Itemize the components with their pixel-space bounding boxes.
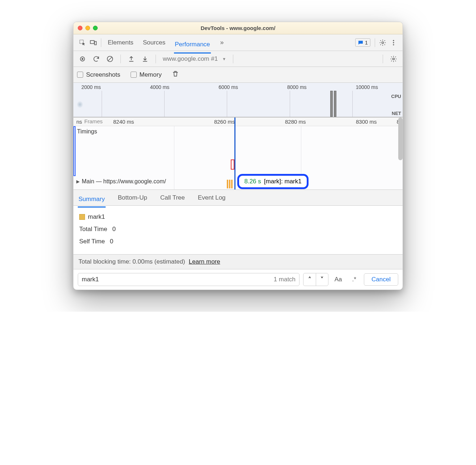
summary-panel: mark1 Total Time 0 Self Time 0 [73, 206, 403, 254]
overview-tick: 8000 ms [287, 84, 307, 90]
self-time-label: Self Time [79, 235, 105, 248]
overview-range-handles[interactable] [330, 91, 337, 117]
search-prev-icon[interactable]: ˄ [303, 273, 316, 286]
record-icon[interactable] [77, 54, 88, 64]
blocking-time-text: Total blocking time: 0.00ms (estimated) [78, 258, 185, 265]
mark-time: 8.26 s [244, 178, 261, 185]
svg-point-6 [393, 44, 394, 45]
main-toolbar: Elements Sources Performance » 1 [73, 34, 403, 51]
case-sensitive-toggle[interactable]: Aa [332, 276, 344, 283]
ruler-tick: 8300 ms [320, 119, 391, 125]
screenshots-label: Screenshots [86, 71, 120, 78]
svg-point-3 [382, 42, 384, 43]
main-activity-bars [227, 180, 233, 188]
expand-icon[interactable]: ▶ [76, 179, 80, 184]
memory-label: Memory [140, 71, 162, 78]
time-cursor[interactable] [234, 118, 235, 189]
regex-toggle[interactable]: .* [348, 276, 360, 283]
overview-tick: 6000 ms [218, 84, 238, 90]
mark-label: [mark]: mark1 [264, 178, 302, 185]
tab-sources[interactable]: Sources [142, 35, 166, 51]
summary-name: mark1 [88, 211, 105, 223]
feedback-badge[interactable]: 1 [355, 38, 370, 47]
detail-ruler: ns Frames 8240 ms 8260 ms 8280 ms 8300 m… [73, 118, 403, 126]
search-match-count: 1 match [274, 276, 296, 283]
flame-chart[interactable]: ns Frames 8240 ms 8260 ms 8280 ms 8300 m… [73, 118, 403, 190]
recording-select[interactable]: www.google.com #1 ▼ [161, 54, 228, 64]
capture-settings-icon[interactable] [388, 54, 399, 64]
download-icon[interactable] [140, 54, 150, 64]
chevron-down-icon: ▼ [222, 57, 226, 61]
device-toggle-icon[interactable] [88, 37, 99, 48]
self-time-value: 0 [110, 235, 113, 248]
titlebar[interactable]: DevTools - www.google.com/ [73, 22, 403, 34]
main-track-label: Main — https://www.google.com/ [82, 178, 166, 185]
devtools-window: DevTools - www.google.com/ Elements Sour… [73, 22, 403, 290]
more-tabs-icon[interactable]: » [220, 39, 224, 46]
reload-icon[interactable] [91, 54, 102, 64]
timings-track-label: Timings [77, 128, 97, 135]
tab-summary[interactable]: Summary [78, 192, 106, 208]
overview-tick: 2000 ms [81, 84, 101, 90]
search-input[interactable] [82, 276, 271, 283]
svg-rect-2 [94, 41, 96, 44]
cancel-button[interactable]: Cancel [364, 273, 398, 286]
total-time-label: Total Time [79, 223, 107, 235]
main-track[interactable]: ▶ Main — https://www.google.com/ [76, 178, 166, 185]
search-next-icon[interactable]: ˅ [316, 273, 328, 286]
panel-tabs: Elements Sources Performance » [107, 35, 353, 51]
tab-bottom-up[interactable]: Bottom-Up [117, 191, 148, 205]
window-title: DevTools - www.google.com/ [73, 25, 403, 31]
tab-performance[interactable]: Performance [174, 37, 211, 54]
inspect-icon[interactable] [77, 37, 88, 48]
learn-more-link[interactable]: Learn more [189, 258, 220, 265]
overview-timeline[interactable]: 2000 ms 4000 ms 6000 ms 8000 ms 10000 ms… [73, 83, 403, 118]
screenshots-checkbox[interactable] [77, 72, 83, 78]
search-nav: ˄ ˅ [303, 273, 328, 286]
timing-marker[interactable] [231, 159, 234, 170]
tab-call-tree[interactable]: Call Tree [160, 191, 186, 205]
net-label: NET [392, 111, 401, 116]
svg-point-8 [82, 58, 84, 60]
overview-tick: 10000 ms [356, 84, 378, 90]
vertical-scrollbar[interactable] [398, 118, 403, 160]
capture-options: Screenshots Memory [73, 67, 403, 83]
ruler-tick: 8260 ms [178, 119, 249, 125]
clear-icon[interactable] [105, 54, 115, 64]
svg-point-10 [393, 58, 395, 60]
frames-bar [73, 126, 76, 176]
cpu-label: CPU [391, 94, 401, 99]
svg-point-4 [393, 40, 394, 41]
mark-color-swatch [79, 214, 85, 220]
svg-point-5 [393, 42, 394, 43]
recording-select-label: www.google.com #1 [163, 55, 218, 63]
overview-tick: 4000 ms [150, 84, 170, 90]
feedback-count: 1 [365, 39, 368, 46]
frames-track-label: Frames [84, 118, 103, 124]
search-bar: 1 match ˄ ˅ Aa .* Cancel [73, 269, 403, 290]
total-time-value: 0 [112, 223, 115, 235]
tab-elements[interactable]: Elements [107, 35, 134, 51]
tab-event-log[interactable]: Event Log [197, 191, 226, 205]
details-tabs: Summary Bottom-Up Call Tree Event Log [73, 190, 403, 206]
search-box: 1 match [78, 273, 299, 286]
recording-toolbar: www.google.com #1 ▼ [73, 51, 403, 67]
memory-checkbox[interactable] [131, 72, 137, 78]
ruler-tick: 8280 ms [249, 119, 320, 125]
upload-icon[interactable] [126, 54, 137, 64]
svg-rect-1 [90, 40, 94, 43]
garbage-collect-icon[interactable] [172, 70, 179, 79]
status-bar: Total blocking time: 0.00ms (estimated) … [73, 254, 403, 269]
mark-tooltip: 8.26 s [mark]: mark1 [237, 174, 308, 189]
kebab-menu-icon[interactable] [388, 37, 399, 48]
settings-icon[interactable] [377, 37, 388, 48]
